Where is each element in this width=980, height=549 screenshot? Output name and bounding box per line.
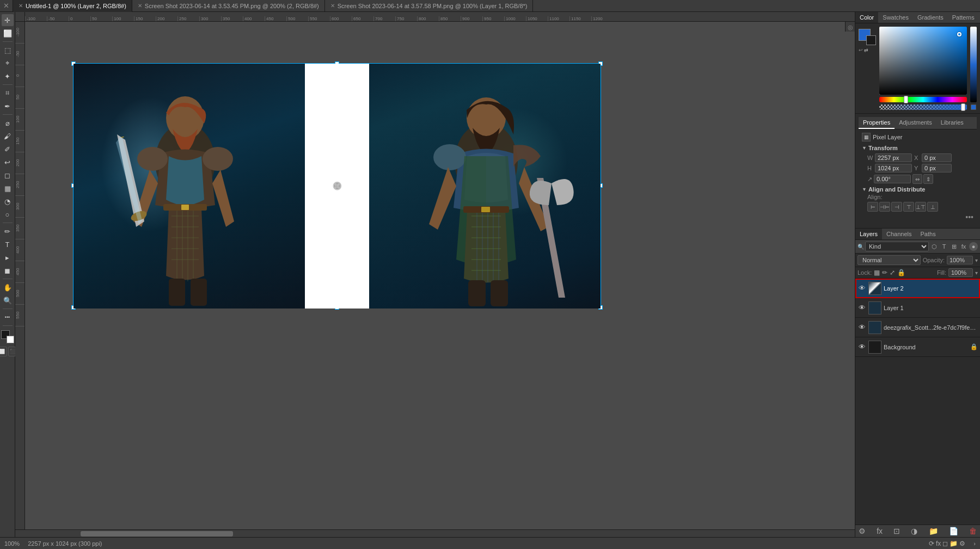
- more-options[interactable]: •••: [867, 213, 973, 221]
- extras-tool[interactable]: •••: [2, 311, 14, 323]
- x-input[interactable]: [922, 153, 952, 162]
- horizontal-scrollbar[interactable]: [15, 529, 855, 537]
- artboard-tool[interactable]: ⬜: [2, 27, 14, 39]
- status-folder-icon[interactable]: 📁: [950, 540, 958, 547]
- deezgrafix-visibility-icon[interactable]: 👁: [857, 323, 866, 332]
- align-bottom-btn[interactable]: ⊥: [927, 202, 938, 212]
- canvas-bg[interactable]: ⊕: [35, 32, 855, 529]
- hand-tool[interactable]: ✋: [2, 281, 14, 293]
- status-sync-icon[interactable]: ⟳: [929, 540, 934, 547]
- layers-filter-icon[interactable]: ⬡: [930, 242, 939, 251]
- align-section-header[interactable]: ▼ Align and Distribute: [862, 186, 973, 193]
- tab-3[interactable]: ✕ Screen Shot 2023-06-14 at 3.57.58 PM.p…: [325, 0, 534, 12]
- status-arrow-icon[interactable]: ›: [973, 540, 976, 547]
- tab-2[interactable]: ✕ Screen Shot 2023-06-14 at 3.53.45 PM.p…: [132, 0, 325, 12]
- layer-item-layer2[interactable]: 👁 Layer 2: [855, 279, 980, 298]
- tab-3-close[interactable]: ✕: [330, 3, 335, 9]
- add-mask-button[interactable]: ⊡: [893, 527, 900, 535]
- fx-button[interactable]: fx: [877, 527, 883, 535]
- y-input[interactable]: [922, 164, 952, 172]
- layers-new-group-icon[interactable]: T: [940, 242, 948, 251]
- color-field[interactable]: [879, 27, 967, 95]
- opacity-dropdown-icon[interactable]: ▾: [975, 257, 978, 263]
- align-center-h-btn[interactable]: ⊣⊢: [879, 202, 890, 212]
- fill-dropdown-icon[interactable]: ▾: [975, 270, 978, 276]
- dodge-tool[interactable]: ○: [2, 208, 14, 220]
- layer1-visibility-icon[interactable]: 👁: [857, 304, 866, 312]
- layer-item-background[interactable]: 👁 Background 🔒: [855, 337, 980, 357]
- standard-mode[interactable]: ⬜: [0, 347, 7, 356]
- color-tab-swatches[interactable]: Swatches: [878, 12, 913, 23]
- flip-v-button[interactable]: ⇕: [923, 174, 933, 184]
- clone-stamp[interactable]: ✐: [2, 143, 14, 155]
- brush-tool[interactable]: 🖌: [2, 130, 14, 142]
- gradient-tool[interactable]: ▦: [2, 182, 14, 194]
- layers-effects-icon[interactable]: fx: [959, 242, 968, 251]
- layer-item-deezgrafix[interactable]: 👁 deezgrafix_Scott...2fe-e7dc7f9fe017: [855, 318, 980, 337]
- status-mask-icon[interactable]: ◻: [942, 540, 948, 547]
- height-input[interactable]: [875, 164, 912, 172]
- hue-slider[interactable]: [879, 97, 967, 102]
- layer2-visibility-icon[interactable]: 👁: [857, 284, 866, 293]
- delete-layer-button[interactable]: 🗑: [969, 527, 977, 535]
- flip-h-button[interactable]: ⇔: [912, 174, 922, 184]
- opacity-input[interactable]: [947, 256, 973, 264]
- app-menu[interactable]: ✕: [0, 0, 13, 12]
- pen-tool[interactable]: ✏: [2, 225, 14, 237]
- width-input[interactable]: [875, 153, 912, 162]
- add-adjustment-button[interactable]: ◑: [911, 527, 917, 535]
- reset-colors-icon[interactable]: ↩: [859, 47, 863, 53]
- move-tool[interactable]: ✛: [2, 14, 14, 26]
- lock-pixels-icon[interactable]: ▦: [874, 269, 880, 276]
- blend-mode-select[interactable]: Normal: [857, 255, 921, 265]
- panel-icon-1[interactable]: ◎: [848, 24, 853, 31]
- status-settings-icon[interactable]: ⚙: [959, 540, 965, 547]
- brightness-strip[interactable]: [970, 27, 977, 102]
- type-tool[interactable]: T: [2, 238, 14, 250]
- status-fx-icon[interactable]: fx: [936, 540, 941, 547]
- align-top-btn[interactable]: ⊤: [903, 202, 914, 212]
- align-left-btn[interactable]: ⊢: [867, 202, 878, 212]
- tab-layers[interactable]: Layers: [855, 229, 882, 239]
- tab-paths[interactable]: Paths: [916, 229, 940, 239]
- new-layer-button[interactable]: 📄: [949, 527, 958, 535]
- lasso-tool[interactable]: ⌖: [2, 57, 14, 69]
- shape-tool[interactable]: ◼: [2, 264, 14, 276]
- tab-libraries[interactable]: Libraries: [936, 117, 968, 129]
- lock-position-icon[interactable]: ✏: [882, 269, 887, 276]
- lock-all-icon[interactable]: 🔒: [897, 269, 905, 276]
- blur-tool[interactable]: ◔: [2, 195, 14, 207]
- layer-link-icon[interactable]: ⚙: [859, 527, 866, 535]
- background-swatch[interactable]: [866, 35, 876, 45]
- tab-properties[interactable]: Properties: [859, 117, 895, 129]
- swap-colors-icon[interactable]: ⇄: [864, 47, 868, 53]
- layer-filter-select[interactable]: Kind: [865, 242, 929, 251]
- eraser-tool[interactable]: ◻: [2, 169, 14, 181]
- path-selection[interactable]: ▸: [2, 251, 14, 263]
- color-tab-color[interactable]: Color: [855, 12, 878, 23]
- layer-item-layer1[interactable]: 👁 Layer 1: [855, 298, 980, 318]
- tab-channels[interactable]: Channels: [882, 229, 916, 239]
- history-brush[interactable]: ↩: [2, 156, 14, 168]
- fill-input[interactable]: [948, 268, 973, 277]
- background-visibility-icon[interactable]: 👁: [857, 343, 866, 351]
- new-group-button[interactable]: 📁: [929, 527, 938, 535]
- healing-tool[interactable]: ⌀: [2, 117, 14, 129]
- eyedropper-tool[interactable]: ✒: [2, 100, 14, 112]
- align-right-btn[interactable]: ⊣: [891, 202, 902, 212]
- marquee-tool[interactable]: ⬚: [2, 44, 14, 56]
- angle-input[interactable]: [874, 175, 911, 183]
- background-color[interactable]: [7, 336, 14, 343]
- color-tab-patterns[interactable]: Patterns: [948, 12, 979, 23]
- magic-wand-tool[interactable]: ✦: [2, 70, 14, 82]
- layers-new-fill-icon[interactable]: ⊞: [950, 242, 958, 251]
- scrollbar-thumb[interactable]: [81, 531, 233, 536]
- color-tab-gradients[interactable]: Gradients: [913, 12, 948, 23]
- lock-artboard-icon[interactable]: ⤢: [890, 269, 895, 276]
- tab-1-close[interactable]: ✕: [19, 3, 23, 9]
- transform-section-header[interactable]: ▼ Transform: [862, 145, 973, 151]
- tab-1[interactable]: ✕ Untitled-1 @ 100% (Layer 2, RGB/8#): [13, 0, 132, 12]
- opacity-slider[interactable]: [879, 104, 967, 110]
- align-center-v-btn[interactable]: ⊥⊤: [915, 202, 926, 212]
- tab-2-close[interactable]: ✕: [138, 3, 142, 9]
